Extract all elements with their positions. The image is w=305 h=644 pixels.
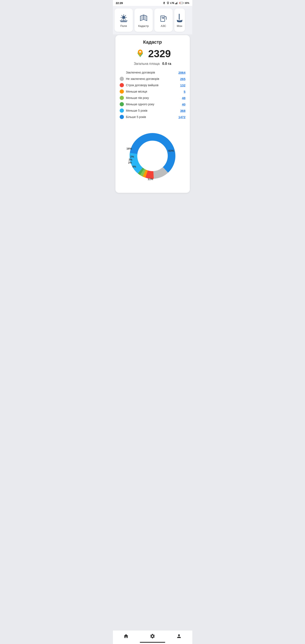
- big-number-row: $ 2329: [119, 48, 186, 60]
- stat-name-less-5years: Меньше 5 років: [126, 109, 178, 112]
- svg-line-16: [122, 19, 122, 19]
- azs-label: АЗС: [161, 24, 166, 28]
- svg-rect-2: [176, 3, 177, 4]
- stat-name-less-year: Меньше одного року: [126, 102, 180, 106]
- mon-label: Мон: [177, 24, 182, 28]
- azs-icon: [159, 13, 168, 23]
- cadastre-icon: [139, 13, 148, 23]
- area-label: Загальна площа: [134, 62, 160, 66]
- card-title: Кадастр: [119, 40, 186, 45]
- svg-line-23: [141, 18, 143, 19]
- home-indicator: [140, 642, 165, 643]
- svg-line-14: [125, 19, 126, 19]
- signal-icon: [175, 2, 178, 4]
- stat-dot-concluded: [120, 70, 124, 74]
- stat-dot-more-5years: [120, 115, 124, 119]
- svg-line-13: [122, 15, 122, 16]
- svg-line-15: [125, 15, 126, 16]
- fields-icon: [119, 13, 128, 23]
- mon-icon: [175, 13, 184, 23]
- svg-rect-29: [179, 14, 180, 20]
- stat-value-less-5years[interactable]: 368: [180, 109, 185, 112]
- nav-settings-button[interactable]: [146, 632, 160, 640]
- status-network: LTE: [170, 2, 174, 4]
- big-number: 2329: [148, 49, 171, 59]
- stats-list: Заключено договорів 2064 Не заключено до…: [119, 70, 186, 119]
- chart-label-11: 11%: [148, 178, 153, 181]
- status-battery: 15%: [184, 2, 189, 4]
- stat-row-more-5years: Більше 5 років 1472: [120, 115, 186, 119]
- stat-dot-less-month: [120, 90, 124, 94]
- chart-label-6: 6%: [132, 165, 136, 168]
- stat-value-concluded[interactable]: 2064: [178, 71, 185, 74]
- stat-row-less-year: Меньше одного року 40: [120, 102, 186, 106]
- battery-icon: [180, 2, 184, 4]
- stat-row-less-halfyear: Меньше пів року 48: [120, 96, 186, 100]
- cadastre-label: Кадастр: [138, 24, 149, 28]
- app-icon-azs[interactable]: АЗС: [154, 8, 172, 32]
- stat-value-less-month[interactable]: 5: [184, 90, 185, 94]
- stat-row-not-concluded: Не заключено договорів 265: [120, 77, 186, 81]
- svg-point-40: [138, 142, 167, 170]
- svg-point-8: [122, 16, 125, 19]
- stat-name-less-month: Меньше місяця: [126, 90, 182, 93]
- stat-name-concluded: Заключено договорів: [126, 71, 176, 74]
- main-card: Кадастр $ 2329 Загальна площа 0.0 га: [116, 35, 190, 193]
- donut-chart-container: 63% 16% 2% 2% 2% 6% 11%: [119, 124, 186, 188]
- chart-label-16: 16%: [126, 147, 132, 150]
- status-bar: 22:29 LTE: [113, 0, 192, 6]
- bluetooth-icon: [163, 2, 166, 4]
- cadastre-logo-icon: $: [134, 48, 146, 60]
- chart-label-63: 63%: [168, 149, 174, 152]
- stat-value-less-year[interactable]: 40: [182, 102, 186, 106]
- chart-label-2a: 2%: [130, 155, 134, 158]
- app-icon-fields[interactable]: Поля: [114, 8, 133, 32]
- area-row: Загальна площа 0.0 га: [119, 62, 186, 66]
- svg-line-24: [144, 16, 146, 17]
- stat-dot-not-concluded: [120, 77, 124, 81]
- stat-name-less-halfyear: Меньше пів року: [126, 96, 180, 100]
- app-icon-cadastre[interactable]: Кадастр: [134, 8, 153, 32]
- stat-value-expired[interactable]: 132: [180, 84, 185, 87]
- stat-dot-less-5years: [120, 108, 124, 113]
- stat-value-not-concluded[interactable]: 265: [180, 77, 185, 81]
- svg-point-0: [167, 2, 168, 4]
- status-icons: LTE 15%: [163, 2, 189, 4]
- profile-icon: [176, 634, 182, 639]
- fields-label: Поля: [120, 24, 127, 28]
- stat-dot-less-halfyear: [120, 96, 124, 100]
- stat-value-more-5years[interactable]: 1472: [178, 115, 185, 119]
- svg-text:$: $: [140, 51, 141, 53]
- stat-dot-less-year: [120, 102, 124, 106]
- home-icon: [123, 634, 129, 639]
- status-time: 22:29: [116, 2, 123, 5]
- stat-name-more-5years: Більше 5 років: [126, 115, 176, 119]
- location-icon: [166, 2, 170, 4]
- stat-row-less-month: Меньше місяця 5: [120, 90, 186, 94]
- app-icon-grid: Поля Кадастр: [113, 6, 192, 34]
- chart-label-2c: 2%: [128, 161, 132, 164]
- stat-name-expired: Строк договору вийшов: [126, 84, 178, 87]
- nav-home-button[interactable]: [119, 632, 133, 640]
- stat-row-concluded: Заключено договорів 2064: [120, 70, 186, 74]
- stat-dot-expired: [120, 83, 124, 87]
- svg-rect-7: [180, 2, 180, 4]
- svg-line-25: [144, 17, 146, 18]
- stat-row-expired: Строк договору вийшов 132: [120, 83, 186, 87]
- svg-rect-3: [177, 2, 177, 4]
- donut-chart: 63% 16% 2% 2% 2% 6% 11%: [123, 126, 182, 186]
- svg-rect-1: [175, 4, 176, 4]
- stat-row-less-5years: Меньше 5 років 368: [120, 108, 186, 113]
- svg-line-22: [141, 17, 143, 18]
- svg-line-21: [141, 16, 143, 17]
- area-value: 0.0 га: [162, 62, 171, 66]
- chart-label-2b: 2%: [128, 158, 132, 161]
- stat-value-less-halfyear[interactable]: 48: [182, 96, 186, 100]
- settings-icon: [150, 634, 155, 639]
- svg-line-26: [144, 18, 146, 19]
- app-icon-mon[interactable]: Мон: [174, 8, 185, 32]
- nav-profile-button[interactable]: [172, 632, 186, 640]
- svg-rect-6: [183, 2, 184, 4]
- stat-name-not-concluded: Не заключено договорів: [126, 77, 178, 80]
- svg-rect-4: [177, 2, 178, 4]
